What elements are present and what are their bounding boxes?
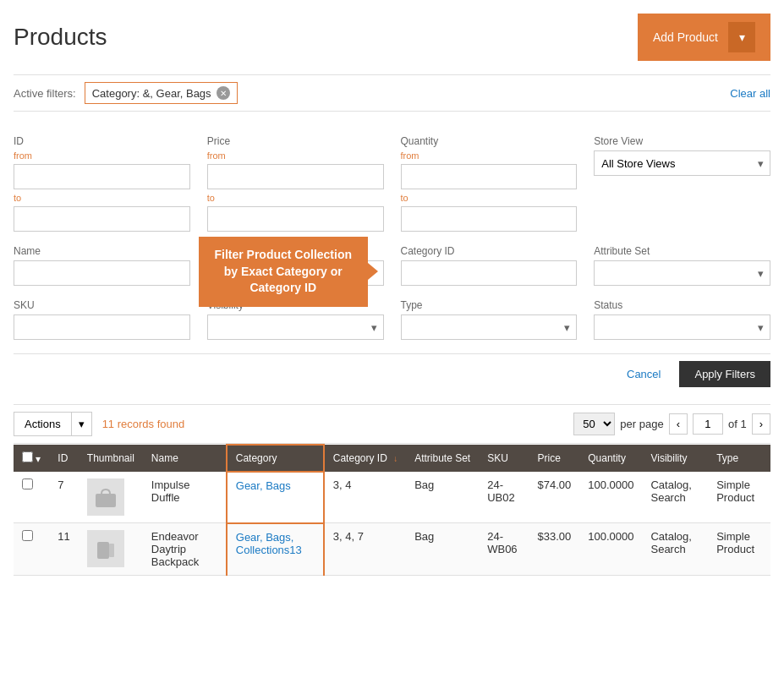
table-row: 7 Impulse Duffle Gear, Bags 3, 4 Bag 24-… [14,472,770,523]
filter-price-group: Price from to [207,135,384,232]
cell-checkbox-0[interactable] [14,472,49,523]
next-page-button[interactable]: › [752,413,770,435]
th-id[interactable]: ID [49,445,78,472]
th-sku[interactable]: SKU [479,445,529,472]
cell-price-1: $33.00 [529,523,579,576]
filter-tag-remove-icon[interactable]: ✕ [217,86,230,100]
th-quantity[interactable]: Quantity [579,445,642,472]
cell-quantity-0: 100.0000 [579,472,642,523]
filter-type-group: Type [401,299,578,340]
th-name[interactable]: Name [143,445,227,472]
th-type[interactable]: Type [708,445,770,472]
th-price[interactable]: Price [529,445,579,472]
clear-all-link[interactable]: Clear all [730,87,770,100]
filter-price-to-input[interactable] [207,206,384,232]
svg-rect-2 [109,544,114,557]
category-link-0[interactable]: Gear, Bags [236,479,291,492]
cell-attribute-set-1: Bag [406,523,479,576]
table-row: 11 Endeavor Daytrip Backpack Gear, Bags,… [14,523,770,576]
filter-sku-label: SKU [14,299,190,311]
filter-category-id-label: Category ID [401,245,578,257]
active-filters-label: Active filters: [14,87,76,100]
filter-tooltip-box: Filter Product Collection by Exact Categ… [199,237,368,307]
filter-sku-input[interactable] [14,314,190,340]
category-link-1[interactable]: Gear, Bags, Collections13 [236,531,302,556]
tooltip-text: Filter Product Collection by Exact Categ… [214,248,352,294]
actions-dropdown-arrow[interactable]: ▾ [71,413,91,435]
filter-id-from-input[interactable] [14,164,190,189]
filter-tag-category: Category: &, Gear, Bags ✕ [85,82,238,104]
filter-price-label: Price [207,135,384,147]
filter-attribute-set-select[interactable] [594,260,770,286]
th-thumbnail: Thumbnail [79,445,143,472]
actions-label[interactable]: Actions [14,413,71,435]
filter-id-from-label: from [14,150,190,161]
filter-form: ID from to Price from to Quantity from t… [14,125,770,404]
filter-tag-text: Category: &, Gear, Bags [92,87,211,100]
filter-visibility-select[interactable] [207,314,384,340]
filter-attribute-set-group: Attribute Set [594,245,770,286]
cell-id-0: 7 [49,472,78,523]
prev-page-button[interactable]: ‹ [669,413,688,435]
filter-actions: Cancel Apply Filters [14,353,770,394]
cell-category-1: Gear, Bags, Collections13 [227,523,324,576]
th-category[interactable]: Category [227,445,324,472]
select-all-checkbox[interactable] [22,451,33,462]
page-number-input[interactable] [693,413,723,435]
filter-type-select[interactable] [401,314,578,340]
cell-id-1: 11 [49,523,78,576]
filter-category-id-group: Category ID [401,245,578,286]
filter-price-from-input[interactable] [207,164,384,189]
products-table: ▾ ID Thumbnail Name Category Category ID… [14,444,770,576]
page-of-label: of 1 [728,418,747,430]
filter-name-label: Name [14,245,190,257]
filter-quantity-from-label: from [401,150,578,161]
grid-toolbar: Actions ▾ 11 records found 50 per page ‹… [14,404,770,444]
per-page-select[interactable]: 50 [573,413,615,435]
add-product-button[interactable]: Add Product ▾ [638,14,770,61]
cell-attribute-set-0: Bag [406,472,479,523]
apply-filters-button[interactable]: Apply Filters [679,361,770,387]
filter-id-to-input[interactable] [14,206,190,232]
cell-visibility-1: Catalog, Search [642,523,708,576]
product-thumbnail-1 [87,530,124,567]
filter-quantity-from-input[interactable] [401,164,578,189]
cell-thumbnail-1 [79,523,143,576]
page-title: Products [14,24,107,51]
cell-sku-1: 24-WB06 [479,523,529,576]
cancel-button[interactable]: Cancel [617,361,671,387]
row-checkbox-1[interactable] [22,530,33,541]
filter-category-group: Category Filter Product Collection by Ex… [207,245,384,286]
product-thumbnail-0 [87,478,124,516]
filter-price-to-label: to [207,193,384,203]
filter-status-label: Status [594,299,770,311]
cell-thumbnail-0 [79,472,143,523]
th-category-id[interactable]: Category ID ↓ [324,445,406,472]
actions-dropdown[interactable]: Actions ▾ [14,412,92,436]
cell-category-id-0: 3, 4 [324,472,406,523]
filter-quantity-group: Quantity from to [401,135,578,232]
cell-price-0: $74.00 [529,472,579,523]
filter-id-label: ID [14,135,190,147]
filter-store-view-select[interactable]: All Store Views [594,150,770,176]
filter-name-group: Name [14,245,190,286]
filter-category-id-input[interactable] [401,260,578,286]
th-attribute-set[interactable]: Attribute Set [406,445,479,472]
row-checkbox-0[interactable] [22,478,33,489]
filter-attribute-set-label: Attribute Set [594,245,770,257]
cell-checkbox-1[interactable] [14,523,49,576]
filter-id-to-label: to [14,193,190,203]
filter-store-view-label: Store View [594,135,770,147]
cell-name-0: Impulse Duffle [143,472,227,523]
cell-category-id-1: 3, 4, 7 [324,523,406,576]
filter-status-select[interactable] [594,314,770,340]
filter-id-group: ID from to [14,135,190,232]
th-select-all[interactable]: ▾ [14,445,49,472]
th-visibility[interactable]: Visibility [642,445,708,472]
add-product-dropdown-icon[interactable]: ▾ [728,22,755,52]
pagination: 50 per page ‹ of 1 › [573,413,770,435]
filter-quantity-to-input[interactable] [401,206,578,232]
table-wrapper: ▾ ID Thumbnail Name Category Category ID… [14,444,770,576]
filter-name-input[interactable] [14,260,190,286]
cell-quantity-1: 100.0000 [579,523,642,576]
